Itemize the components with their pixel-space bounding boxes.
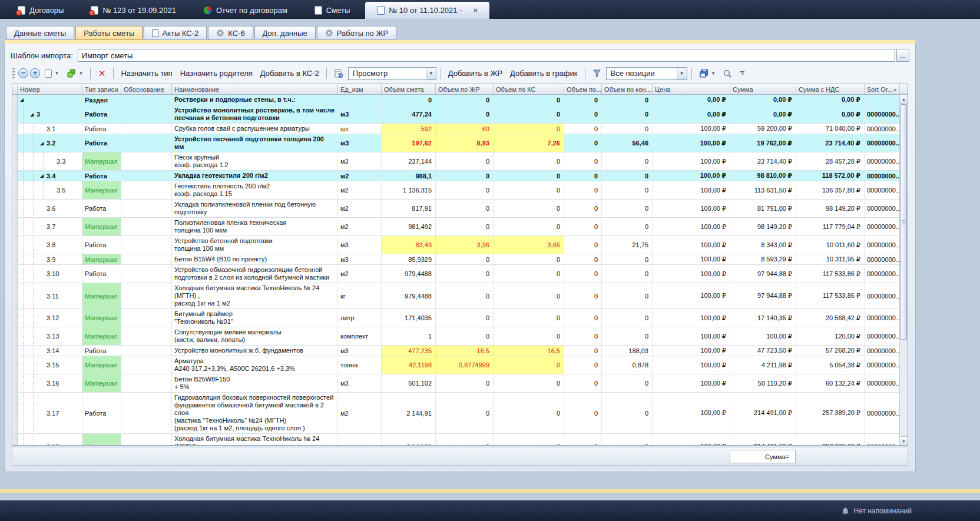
cell-number: 3.15 [18,356,82,374]
cell-pr: 100,00 ₽ [653,309,730,327]
table-row[interactable]: 3.6РаботаУкладка полиэтиленовой пленки п… [12,200,900,218]
cell-vn: 0 [602,218,653,235]
column-header-type[interactable]: Тип записи [82,84,121,94]
table-row[interactable]: 3.17РаботаГидроизоляция боковых поверхно… [12,393,900,434]
assign-parent-button[interactable]: Назначить родителя [177,67,256,79]
cell-vn: 0 [602,434,653,446]
import-template-input[interactable] [78,49,895,62]
collapse-all-button[interactable]: − [18,68,28,78]
table-row[interactable]: ◢3.4РаботаУкладка геотекстиля 200 г/м2м2… [12,171,900,181]
close-icon[interactable]: × [473,6,478,15]
scroll-down-button[interactable]: ▼ [900,436,908,445]
bell-icon[interactable] [842,507,849,515]
subtab-ks6[interactable]: КС-6 [208,26,253,40]
subtab-akty-ks2[interactable]: Акты КС-2 [144,26,207,40]
cell-pr: 100,00 ₽ [653,434,730,446]
cell-number: ◢ [18,95,82,105]
add-to-schedule-button[interactable]: Добавить в график [507,67,580,79]
statusbar: Нет напоминаний [0,500,980,521]
cell-vp: 0 [564,124,602,134]
scroll-up-button[interactable]: ▲ [900,95,908,104]
table-row[interactable]: 3.11МатериалХолодная битумная мастика Те… [12,283,900,309]
subtab-dop-dannye[interactable]: Доп. данные [254,26,316,40]
vertical-scrollbar[interactable]: ▲ ▼ [899,95,908,445]
cell-justification [121,152,172,170]
add-to-ks2-button[interactable]: Добавить в КС-2 [257,67,322,79]
subtab-raboty-po-jr[interactable]: Работы по ЖР [317,26,396,40]
cell-unit: м2 [338,218,382,235]
assign-type-button[interactable]: Назначить тип [118,67,175,79]
column-header-num[interactable]: Номер [18,84,82,94]
expand-icon[interactable]: ◢ [40,141,47,146]
browse-button[interactable]: ... [896,49,909,62]
toolbar-separator [585,68,585,79]
tab-smety[interactable]: Сметы [303,2,362,19]
table-row[interactable]: 3.7МатериалПолиэтиленовая пленка техниче… [12,218,900,236]
cell-name: Устройство монолитных ж.б. фундаментов [172,346,338,356]
cell-vp: 0 [564,236,602,254]
table-row[interactable]: 3.13МатериалСопутствующие мелкие материа… [12,327,900,346]
search-button[interactable] [720,67,735,80]
delete-button[interactable]: ✕ [95,68,110,79]
table-row[interactable]: 3.3МатериалПесок крупный коэф. расхода 1… [12,152,900,171]
cell-sm: 50 110,20 ₽ [730,374,796,392]
table-row[interactable]: 3.8РаботаУстройство бетонной подготовки … [12,236,900,254]
new-record-button[interactable]: ▼ [42,68,62,79]
toolbar-drag-handle[interactable] [12,68,15,79]
tab-report-contracts[interactable]: Отчет по договорам [191,2,299,19]
column-header-vj[interactable]: Объем по ЖР [436,84,494,94]
table-row[interactable]: ◢3РаботаУстройство монолитных ростверков… [12,105,900,124]
add-to-jr-button[interactable]: Добавить в ЖР [445,67,505,79]
scrollbar-thumb[interactable] [900,104,907,340]
import-template-label: Шаблон импорта: [11,51,73,60]
column-header-nd[interactable]: Сумма с НДС [796,84,865,94]
column-header-name[interactable]: Наименование [172,84,338,94]
cell-name: Полиэтиленовая пленка техническая толщин… [172,218,338,235]
positions-filter-combobox[interactable]: Все позиции ▼ [606,67,687,80]
cell-number: 3.7 [18,218,82,235]
add-nested-button[interactable]: ▼ [64,67,86,79]
table-row[interactable]: 3.16МатериалБетон B25W8F150 + 5%м3501,10… [12,374,900,393]
table-row[interactable]: 3.9МатериалБетон B15W4 (B10 по проекту)м… [12,254,900,265]
subtab-raboty-smety[interactable]: Работы сметы [75,26,143,40]
expand-icon[interactable]: ◢ [30,112,37,117]
tab-estimate-10-active[interactable]: № 10 от 11.10.2021 - × [365,2,489,19]
view-mode-combobox[interactable]: Просмотр ▼ [348,67,436,80]
column-header-unit[interactable]: Ед_изм [338,84,382,94]
table-row[interactable]: ◢3.2РаботаУстройство песчаной подготовки… [12,134,900,152]
cell-justification [121,309,172,327]
expand-icon[interactable]: ◢ [20,97,27,102]
column-header-vs[interactable]: Объем смета [382,84,436,94]
tab-contract-123[interactable]: № 123 от 19.09.2021 [79,2,187,19]
row-indicator-cell [12,200,18,217]
table-row[interactable]: 3.18МатериалХолодная битумная мастика Те… [12,434,900,446]
column-header-just[interactable]: Обоснование [121,84,172,94]
column-header-pr[interactable]: Цена [653,84,730,94]
column-header-vp[interactable]: Объем по... [564,84,602,94]
subtab-dannye-smety[interactable]: Данные сметы [6,26,74,40]
table-row[interactable]: 3.5МатериалГеотекстиль плотность 200 г/м… [12,181,900,200]
table-row[interactable]: 3.1РаботаСрубка голов свай с распушением… [12,124,900,134]
column-header-vk[interactable]: Объем по КС [494,84,564,94]
cell-vn: 0 [602,95,653,105]
tab-dogovory[interactable]: Договоры [6,2,75,19]
table-row[interactable]: 3.14РаботаУстройство монолитных ж.б. фун… [12,346,900,356]
column-header-sm[interactable]: Сумма [730,84,796,94]
column-header-vn[interactable]: Объем по кон... [602,84,653,94]
cell-vp: 0 [564,374,602,392]
toolbar-overflow-button[interactable]: ▼ [740,71,744,75]
report-preview-button[interactable] [331,67,346,80]
table-row[interactable]: 3.15МатериалАрматура А240 317,2+3,3%, А5… [12,356,900,374]
cell-vs: 988,1 [382,171,436,181]
cell-sort-order: 00000000... [865,105,900,123]
table-row[interactable]: 3.12МатериалБитумный праймер "Техноникол… [12,309,900,327]
column-header-so[interactable]: Sort Or...▲ [865,84,900,94]
expand-icon[interactable]: ◢ [40,173,47,178]
table-row[interactable]: ◢РазделРостверки и подпорные стены, в т.… [12,95,900,105]
expand-all-button[interactable]: + [30,68,40,78]
table-row[interactable]: 3.10РаботаУстройство обмазочной гидроизо… [12,265,900,283]
filter-button[interactable] [590,67,604,79]
save-layout-button[interactable]: ▼ [696,67,719,79]
cell-vp: 0 [564,265,602,283]
cell-record-type: Материал [82,374,121,392]
